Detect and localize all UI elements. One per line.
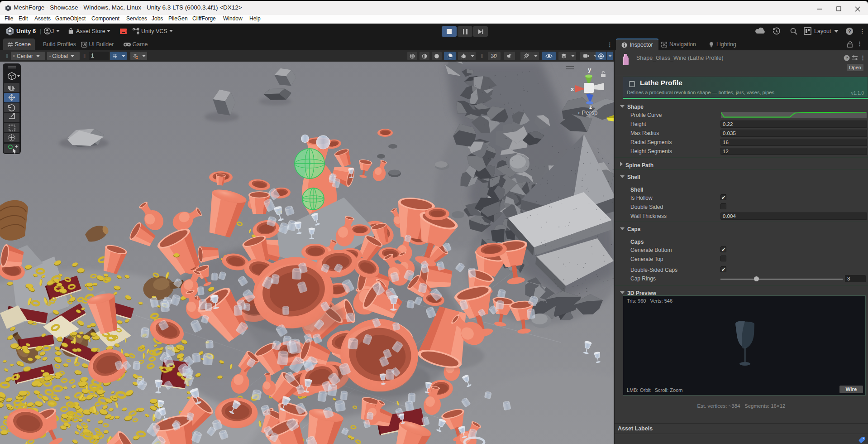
svg-text:?: ? [846,55,849,60]
svg-text:x: x [571,86,574,92]
svg-text:Y: Y [115,56,117,59]
svg-text:?: ? [848,29,851,34]
svg-text:y: y [588,66,591,73]
svg-text:‹ Persp: ‹ Persp [578,109,598,116]
